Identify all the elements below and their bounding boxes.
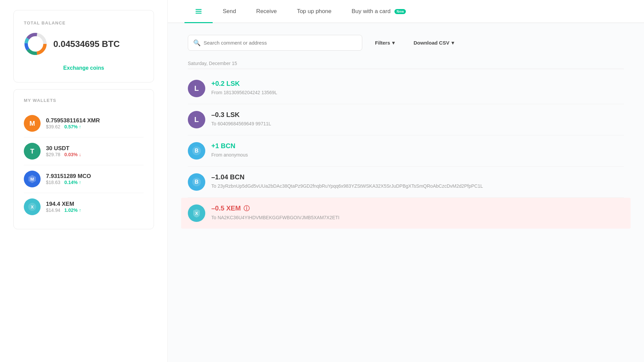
new-badge: New xyxy=(394,9,406,14)
search-row: 🔍 Filters ▾ Download CSV ▾ xyxy=(188,35,624,51)
total-balance-label: TOTAL BALANCE xyxy=(24,20,144,25)
tx-info-tx1: +0.2 LSK From 18130956204242 13569L xyxy=(211,80,624,96)
tx-address-tx2: To 60409684569649 99711L xyxy=(211,120,624,127)
tx-item-tx3[interactable]: B +1 BCN From anonymous xyxy=(188,135,624,167)
svg-rect-11 xyxy=(196,11,202,12)
tx-amount-tx4: –1.04 BCN xyxy=(211,173,624,181)
tab-send-label: Send xyxy=(223,8,236,15)
sidebar: TOTAL BALANCE 0.04534695 BTC Exchange co… xyxy=(0,0,168,362)
wallet-amount-xem: 194.4 XEM xyxy=(46,201,144,207)
tx-avatar-tx5: X xyxy=(188,204,205,222)
tx-avatar-tx2: L xyxy=(188,111,205,128)
tx-item-tx5[interactable]: X –0.5 XEMⓘ To NA2KC36U4YIHDVMBEKGGFWBGO… xyxy=(181,198,631,229)
wallet-change-usdt: 0.03% ↓ xyxy=(64,152,82,157)
wallet-icon-usdt: T xyxy=(24,143,41,160)
search-wrapper: 🔍 xyxy=(188,35,362,51)
tab-buy-label: Buy with a card xyxy=(352,8,390,15)
tab-send[interactable]: Send xyxy=(213,1,246,22)
tx-address-tx3: From anonymous xyxy=(211,152,624,159)
wallet-amount-usdt: 30 USDT xyxy=(46,145,144,152)
wallet-usd-xem: $14.94 1.02% ↑ xyxy=(46,207,144,213)
tx-address-tx5: To NA2KC36U4YIHDVMBEKGGFWBGOIVJMB5XAM7X2… xyxy=(211,214,624,221)
wallet-amount-mco: 7.93151289 MCO xyxy=(46,173,144,180)
tab-topup-label: Top up phone xyxy=(297,8,331,15)
filters-chevron-icon: ▾ xyxy=(392,40,395,46)
tx-info-tx3: +1 BCN From anonymous xyxy=(211,142,624,159)
wallet-info-xmr: 0.75953811614 XMR $39.62 0.57% ↑ xyxy=(46,117,144,129)
tx-amount-tx2: –0.3 LSK xyxy=(211,111,624,119)
wallets-list: M 0.75953811614 XMR $39.62 0.57% ↑ T 30 … xyxy=(24,110,144,221)
tab-receive[interactable]: Receive xyxy=(246,1,287,22)
tx-amount-tx1: +0.2 LSK xyxy=(211,80,624,87)
filters-label: Filters xyxy=(375,40,390,46)
tab-history[interactable] xyxy=(184,0,213,23)
tx-avatar-tx1: L xyxy=(188,80,205,97)
download-csv-button[interactable]: Download CSV ▾ xyxy=(408,36,460,50)
tab-receive-label: Receive xyxy=(256,8,277,15)
wallet-usd-xmr: $39.62 0.57% ↑ xyxy=(46,124,144,129)
wallet-icon-xmr: M xyxy=(24,115,41,132)
wallet-info-usdt: 30 USDT $29.78 0.03% ↓ xyxy=(46,145,144,157)
svg-rect-10 xyxy=(196,9,202,10)
svg-text:X: X xyxy=(195,211,198,216)
my-wallets-card: MY WALLETS M 0.75953811614 XMR $39.62 0.… xyxy=(13,89,154,229)
csv-label: Download CSV xyxy=(414,40,449,46)
wallet-item-xem[interactable]: X 194.4 XEM $14.94 1.02% ↑ xyxy=(24,193,144,221)
wallet-usd-mco: $18.63 0.14% ↑ xyxy=(46,180,144,185)
balance-amount: 0.04534695 BTC xyxy=(53,39,120,49)
wallet-item-usdt[interactable]: T 30 USDT $29.78 0.03% ↓ xyxy=(24,137,144,165)
filters-button[interactable]: Filters ▾ xyxy=(369,36,401,50)
tx-avatar-tx4: B xyxy=(188,173,205,191)
search-icon: 🔍 xyxy=(193,39,201,47)
total-balance-card: TOTAL BALANCE 0.04534695 BTC Exchange co… xyxy=(13,10,154,82)
tx-avatar-tx3: B xyxy=(188,142,205,160)
svg-text:B: B xyxy=(195,148,199,154)
tx-address-tx1: From 18130956204242 13569L xyxy=(211,89,624,96)
tx-info-tx5: –0.5 XEMⓘ To NA2KC36U4YIHDVMBEKGGFWBGOIV… xyxy=(211,204,624,221)
tx-amount-tx5: –0.5 XEMⓘ xyxy=(211,204,624,213)
error-icon: ⓘ xyxy=(244,205,250,212)
balance-section: 0.04534695 BTC xyxy=(24,32,144,56)
csv-chevron-icon: ▾ xyxy=(451,40,454,46)
tx-info-tx4: –1.04 BCN To 23yRzbnUp5dGd5vUUa2bDAc38Qt… xyxy=(211,173,624,190)
wallet-change-xmr: 0.57% ↑ xyxy=(64,124,82,129)
svg-text:M: M xyxy=(31,177,34,182)
wallet-amount-xmr: 0.75953811614 XMR xyxy=(46,117,144,124)
wallet-icon-xem: X xyxy=(24,198,41,215)
wallet-info-mco: 7.93151289 MCO $18.63 0.14% ↑ xyxy=(46,173,144,185)
search-input[interactable] xyxy=(188,35,362,51)
wallet-change-xem: 1.02% ↑ xyxy=(64,207,82,213)
tab-buy[interactable]: Buy with a card New xyxy=(341,1,416,22)
exchange-coins-button[interactable]: Exchange coins xyxy=(24,62,144,74)
svg-rect-12 xyxy=(196,13,202,14)
tx-amount-tx3: +1 BCN xyxy=(211,142,624,150)
wallet-usd-usdt: $29.78 0.03% ↓ xyxy=(46,152,144,157)
tx-item-tx4[interactable]: B –1.04 BCN To 23yRzbnUp5dGd5vUUa2bDAc38… xyxy=(188,167,624,198)
tx-info-tx2: –0.3 LSK To 60409684569649 99711L xyxy=(211,111,624,127)
main-content: Send Receive Top up phone Buy with a car… xyxy=(168,0,644,362)
wallet-info-xem: 194.4 XEM $14.94 1.02% ↑ xyxy=(46,201,144,213)
list-icon xyxy=(195,7,203,15)
wallet-change-mco: 0.14% ↑ xyxy=(64,180,82,185)
tabs-bar: Send Receive Top up phone Buy with a car… xyxy=(168,0,644,23)
my-wallets-label: MY WALLETS xyxy=(24,98,144,103)
tx-item-tx2[interactable]: L –0.3 LSK To 60409684569649 99711L xyxy=(188,104,624,135)
wallet-item-xmr[interactable]: M 0.75953811614 XMR $39.62 0.57% ↑ xyxy=(24,110,144,137)
balance-donut-chart xyxy=(24,32,47,56)
tab-topup[interactable]: Top up phone xyxy=(287,1,341,22)
tx-address-tx4: To 23yRzbnUp5dGd5vUUa2bDAc38QtaPz9GD2fnq… xyxy=(211,183,624,190)
transactions-panel: 🔍 Filters ▾ Download CSV ▾ Saturday, Dec… xyxy=(168,23,644,362)
date-label: Saturday, December 15 xyxy=(188,61,624,69)
tx-item-tx1[interactable]: L +0.2 LSK From 18130956204242 13569L xyxy=(188,73,624,104)
wallet-icon-mco: M xyxy=(24,171,41,187)
transactions-list: L +0.2 LSK From 18130956204242 13569L L … xyxy=(188,73,624,229)
svg-text:X: X xyxy=(31,204,34,209)
svg-text:B: B xyxy=(195,179,199,185)
wallet-item-mco[interactable]: M 7.93151289 MCO $18.63 0.14% ↑ xyxy=(24,165,144,193)
